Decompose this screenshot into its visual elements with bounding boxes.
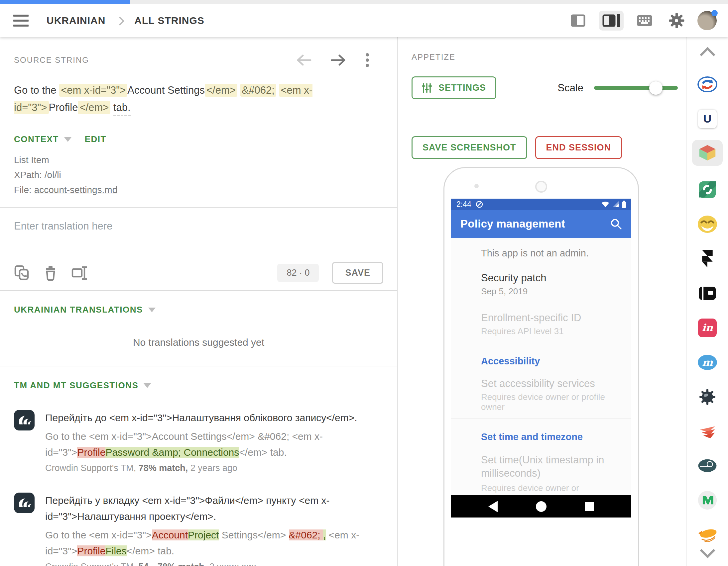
context-file-link[interactable]: account-settings.md xyxy=(34,185,118,195)
crowdin-tm-icon xyxy=(14,410,35,430)
app-header: UKRAINIAN ALL STRINGS xyxy=(0,4,728,37)
no-translations-message: No translations suggested yet xyxy=(14,337,383,348)
nav-back-button[interactable] xyxy=(488,501,498,512)
notebook-integration-icon[interactable] xyxy=(698,283,717,303)
diff-removed: Account xyxy=(152,529,188,540)
integrations-rail: U in m xyxy=(686,37,728,566)
divider xyxy=(451,418,631,418)
wifi-icon xyxy=(601,201,609,208)
context-toggle[interactable]: CONTEXT xyxy=(14,134,59,145)
scale-slider-thumb[interactable] xyxy=(649,81,663,95)
list-item[interactable]: Security patch Sep 5, 2019 xyxy=(481,273,613,296)
context-file-row: File: account-settings.md xyxy=(14,182,383,197)
divider xyxy=(451,344,631,344)
html-tag-token: </em> xyxy=(78,101,110,114)
suggestion-meta: Crowdin Support's TM, 54→78% match, 3 ye… xyxy=(45,562,369,566)
match-percent: 54→78% match, xyxy=(139,562,207,566)
html-tag-token: </em> xyxy=(205,84,237,97)
layout-right-panel-button[interactable] xyxy=(599,11,624,31)
translation-progress-fill xyxy=(0,0,130,4)
more-options-icon[interactable] xyxy=(365,53,369,68)
section-header: Accessibility xyxy=(481,356,613,366)
suggestion-target-text: Перейдіть у вкладку <em x-id="3">Файли</… xyxy=(45,493,369,524)
appetize-integration-icon-active[interactable] xyxy=(692,140,723,166)
framer-integration-icon[interactable] xyxy=(700,249,715,269)
translations-section-toggle[interactable]: UKRAINIAN TRANSLATIONS xyxy=(14,304,143,315)
green-tag-integration-icon[interactable] xyxy=(698,180,717,200)
source-string-text: Go to the <em x-id="3">Account Settings<… xyxy=(14,82,378,116)
next-string-icon[interactable] xyxy=(331,55,346,66)
save-translation-button[interactable]: SAVE xyxy=(332,262,383,283)
copy-source-icon[interactable] xyxy=(14,265,30,282)
context-details: List Item XPath: /ol/li File: account-se… xyxy=(14,153,383,197)
chevron-down-icon[interactable] xyxy=(700,543,715,558)
select-text-icon[interactable] xyxy=(71,265,88,282)
breadcrumb-file-scope[interactable]: ALL STRINGS xyxy=(134,15,204,26)
user-avatar[interactable] xyxy=(697,11,717,30)
breadcrumb-language[interactable]: UKRAINIAN xyxy=(47,15,105,26)
chevron-up-icon[interactable] xyxy=(700,47,715,62)
scale-label: Scale xyxy=(557,82,583,94)
marvel-integration-icon[interactable]: m xyxy=(697,352,718,373)
previous-string-icon[interactable] xyxy=(296,55,311,66)
svg-text:m: m xyxy=(702,356,713,368)
red-layers-integration-icon[interactable] xyxy=(698,421,717,442)
invision-integration-icon[interactable]: in xyxy=(698,317,717,338)
phone-app-title: Policy management xyxy=(460,218,565,230)
zeplin-integration-icon[interactable] xyxy=(697,524,718,545)
settings-gear-button[interactable] xyxy=(666,10,687,32)
tm-section-toggle[interactable]: TM AND MT SUGGESTIONS xyxy=(14,380,138,391)
list-item-disabled: Set accessibility services Requires devi… xyxy=(481,378,613,412)
end-session-button[interactable]: END SESSION xyxy=(535,136,622,159)
device-emulator: 2:44 Policy management This app is not a… xyxy=(443,167,639,566)
keyboard-shortcuts-button[interactable] xyxy=(634,12,656,29)
layout-side-by-side-button[interactable] xyxy=(567,11,589,31)
search-icon[interactable] xyxy=(610,218,622,230)
char-counter: 82 · 0 xyxy=(277,264,319,282)
medium-integration-icon[interactable] xyxy=(697,490,717,510)
clear-translation-icon[interactable] xyxy=(43,265,58,282)
keyboard-icon xyxy=(637,15,652,26)
sea-mine-integration-icon[interactable] xyxy=(698,387,717,407)
save-screenshot-button[interactable]: SAVE SCREENSHOT xyxy=(412,136,527,159)
phone-nav-bar xyxy=(451,495,631,517)
nav-home-button[interactable] xyxy=(536,501,546,512)
gear-icon xyxy=(669,13,684,28)
context-type: List Item xyxy=(14,153,383,168)
phone-speaker xyxy=(535,181,547,193)
context-xpath: XPath: /ol/li xyxy=(14,168,383,182)
scale-slider[interactable] xyxy=(594,86,678,90)
translation-progress-bar xyxy=(0,0,728,4)
section-header: Set time and timezone xyxy=(481,431,613,442)
admin-status-text: This app is not an admin. xyxy=(481,248,613,259)
suggestion-source-diff: Go to the <em x-id="3">Account Settings<… xyxy=(45,428,369,460)
signal-icon xyxy=(612,201,619,208)
sync-integration-icon[interactable] xyxy=(697,74,718,95)
context-collapse-icon[interactable] xyxy=(64,137,71,142)
online-status-badge xyxy=(711,10,718,16)
match-percent: 78% match, xyxy=(139,463,188,473)
protoio-integration-icon[interactable] xyxy=(697,456,717,476)
tm-suggestion-row[interactable]: Перейдіть до <em x-id="3">Налаштування о… xyxy=(14,410,383,473)
hamburger-menu-icon[interactable] xyxy=(13,15,29,27)
diff-added: Project xyxy=(188,529,219,540)
u-app-integration-icon[interactable]: U xyxy=(698,109,717,129)
nav-recents-button[interactable] xyxy=(585,502,594,511)
diff-added: Files xyxy=(105,545,126,556)
tm-suggestion-row[interactable]: Перейдіть у вкладку <em x-id="3">Файли</… xyxy=(14,493,383,566)
translation-panel: SOURCE STRING Go to the <em x-id="3">Acc… xyxy=(0,37,398,566)
appetize-panel: APPETIZE SETTINGS Scale SAVE SCREENSHOT … xyxy=(398,37,687,566)
breadcrumb-chevron-icon xyxy=(115,17,124,26)
phone-screen: 2:44 Policy management This app is not a… xyxy=(451,199,631,517)
diff-removed: Profile xyxy=(77,447,105,458)
phone-app-bar: Policy management xyxy=(451,210,631,238)
html-entity-token: &#062; xyxy=(240,84,276,97)
smiley-integration-icon[interactable] xyxy=(697,214,718,235)
layout-left-icon xyxy=(570,14,586,27)
translations-collapse-icon[interactable] xyxy=(148,307,156,312)
translation-input[interactable]: Enter translation here xyxy=(14,220,383,260)
appetize-settings-button[interactable]: SETTINGS xyxy=(412,76,496,99)
tm-collapse-icon[interactable] xyxy=(144,383,151,388)
phone-content: This app is not an admin. Security patch… xyxy=(451,238,631,495)
context-edit-button[interactable]: EDIT xyxy=(85,134,106,145)
